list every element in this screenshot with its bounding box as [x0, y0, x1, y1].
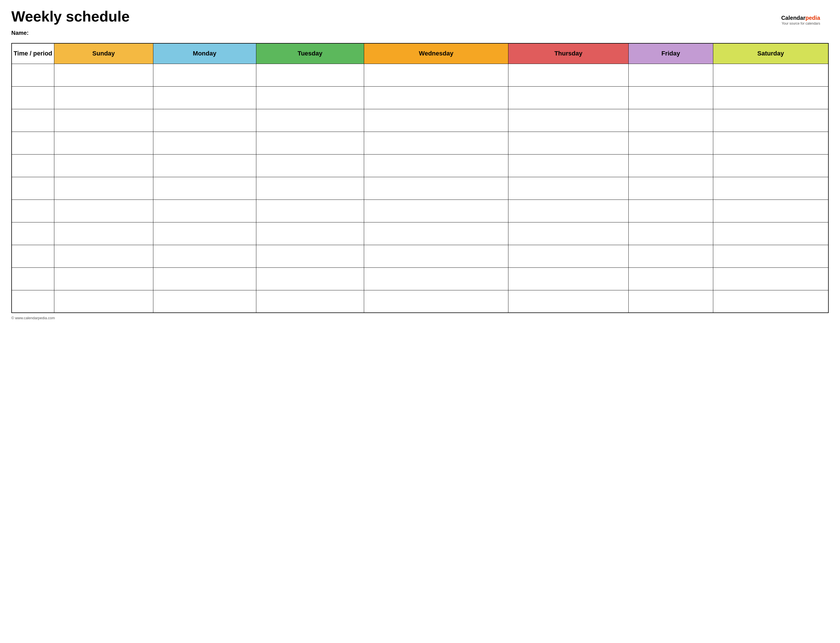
- time-cell[interactable]: [11, 177, 54, 199]
- schedule-cell[interactable]: [628, 86, 713, 109]
- schedule-table: Time / period Sunday Monday Tuesday Wedn…: [11, 43, 829, 313]
- header-friday: Friday: [628, 43, 713, 64]
- schedule-cell[interactable]: [364, 268, 508, 290]
- schedule-cell[interactable]: [256, 177, 364, 199]
- schedule-cell[interactable]: [153, 245, 256, 268]
- schedule-cell[interactable]: [628, 222, 713, 245]
- logo-tagline: Your source for calendars: [781, 21, 820, 26]
- header-sunday: Sunday: [54, 43, 153, 64]
- schedule-cell[interactable]: [153, 132, 256, 154]
- schedule-cell[interactable]: [256, 199, 364, 222]
- schedule-cell[interactable]: [54, 268, 153, 290]
- schedule-cell[interactable]: [628, 199, 713, 222]
- time-cell[interactable]: [11, 199, 54, 222]
- time-cell[interactable]: [11, 64, 54, 86]
- schedule-cell[interactable]: [54, 222, 153, 245]
- schedule-cell[interactable]: [628, 132, 713, 154]
- schedule-cell[interactable]: [508, 268, 628, 290]
- schedule-cell[interactable]: [713, 86, 829, 109]
- schedule-cell[interactable]: [628, 64, 713, 86]
- schedule-cell[interactable]: [508, 132, 628, 154]
- schedule-cell[interactable]: [364, 86, 508, 109]
- schedule-cell[interactable]: [713, 199, 829, 222]
- footer: © www.calendarpedia.com: [11, 316, 829, 320]
- time-cell[interactable]: [11, 268, 54, 290]
- schedule-cell[interactable]: [364, 222, 508, 245]
- schedule-cell[interactable]: [54, 177, 153, 199]
- schedule-cell[interactable]: [508, 222, 628, 245]
- schedule-cell[interactable]: [508, 64, 628, 86]
- schedule-cell[interactable]: [153, 290, 256, 313]
- schedule-cell[interactable]: [54, 199, 153, 222]
- schedule-cell[interactable]: [364, 245, 508, 268]
- schedule-cell[interactable]: [713, 132, 829, 154]
- schedule-cell[interactable]: [153, 109, 256, 132]
- schedule-cell[interactable]: [508, 177, 628, 199]
- schedule-cell[interactable]: [508, 154, 628, 177]
- schedule-cell[interactable]: [508, 245, 628, 268]
- time-cell[interactable]: [11, 154, 54, 177]
- schedule-cell[interactable]: [508, 109, 628, 132]
- schedule-cell[interactable]: [508, 86, 628, 109]
- schedule-cell[interactable]: [364, 109, 508, 132]
- schedule-cell[interactable]: [54, 290, 153, 313]
- schedule-cell[interactable]: [364, 199, 508, 222]
- schedule-cell[interactable]: [713, 268, 829, 290]
- schedule-cell[interactable]: [628, 177, 713, 199]
- schedule-cell[interactable]: [256, 268, 364, 290]
- schedule-cell[interactable]: [256, 222, 364, 245]
- schedule-cell[interactable]: [364, 290, 508, 313]
- schedule-cell[interactable]: [256, 290, 364, 313]
- schedule-cell[interactable]: [628, 268, 713, 290]
- footer-url: © www.calendarpedia.com: [11, 316, 55, 320]
- header-time-period: Time / period: [11, 43, 54, 64]
- schedule-cell[interactable]: [713, 109, 829, 132]
- schedule-cell[interactable]: [256, 154, 364, 177]
- schedule-cell[interactable]: [153, 154, 256, 177]
- schedule-cell[interactable]: [54, 86, 153, 109]
- schedule-cell[interactable]: [256, 245, 364, 268]
- time-cell[interactable]: [11, 132, 54, 154]
- schedule-cell[interactable]: [153, 222, 256, 245]
- schedule-cell[interactable]: [713, 154, 829, 177]
- schedule-cell[interactable]: [713, 64, 829, 86]
- logo-brand: Calendarpedia: [781, 14, 820, 21]
- schedule-cell[interactable]: [508, 199, 628, 222]
- schedule-cell[interactable]: [713, 177, 829, 199]
- schedule-cell[interactable]: [508, 290, 628, 313]
- schedule-cell[interactable]: [54, 245, 153, 268]
- schedule-cell[interactable]: [54, 132, 153, 154]
- schedule-cell[interactable]: [364, 64, 508, 86]
- schedule-cell[interactable]: [54, 64, 153, 86]
- header-saturday: Saturday: [713, 43, 829, 64]
- schedule-cell[interactable]: [713, 222, 829, 245]
- time-cell[interactable]: [11, 245, 54, 268]
- time-cell[interactable]: [11, 86, 54, 109]
- schedule-cell[interactable]: [256, 132, 364, 154]
- schedule-cell[interactable]: [153, 64, 256, 86]
- time-cell[interactable]: [11, 290, 54, 313]
- schedule-cell[interactable]: [153, 268, 256, 290]
- schedule-cell[interactable]: [628, 290, 713, 313]
- time-cell[interactable]: [11, 109, 54, 132]
- schedule-cell[interactable]: [153, 199, 256, 222]
- schedule-cell[interactable]: [54, 154, 153, 177]
- schedule-cell[interactable]: [628, 154, 713, 177]
- schedule-cell[interactable]: [628, 245, 713, 268]
- schedule-cell[interactable]: [364, 177, 508, 199]
- schedule-cell[interactable]: [153, 177, 256, 199]
- time-cell[interactable]: [11, 222, 54, 245]
- schedule-cell[interactable]: [256, 64, 364, 86]
- schedule-cell[interactable]: [256, 86, 364, 109]
- name-label: Name:: [11, 30, 829, 36]
- schedule-cell[interactable]: [713, 245, 829, 268]
- schedule-cell[interactable]: [364, 154, 508, 177]
- schedule-cell[interactable]: [713, 290, 829, 313]
- schedule-cell[interactable]: [153, 86, 256, 109]
- schedule-cell[interactable]: [628, 109, 713, 132]
- schedule-cell[interactable]: [364, 132, 508, 154]
- page-title: Weekly schedule: [11, 8, 829, 24]
- logo: Calendarpedia Your source for calendars: [781, 14, 820, 26]
- schedule-cell[interactable]: [54, 109, 153, 132]
- schedule-cell[interactable]: [256, 109, 364, 132]
